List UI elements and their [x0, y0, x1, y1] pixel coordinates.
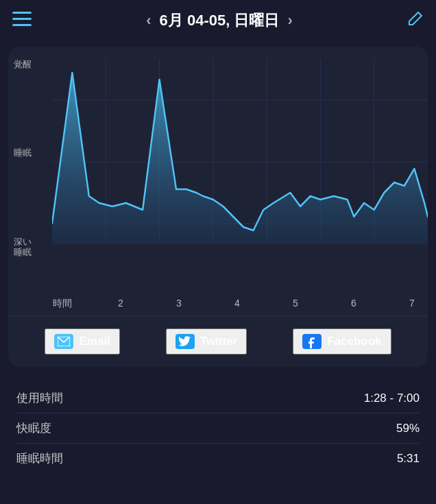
facebook-label: Facebook	[327, 335, 381, 348]
facebook-share-button[interactable]: Facebook	[293, 328, 391, 355]
stat-label-usage: 使用時間	[16, 390, 63, 406]
stat-label-quality: 快眠度	[16, 420, 51, 436]
email-share-button[interactable]: Email	[45, 328, 119, 355]
chart-svg-container	[52, 59, 428, 265]
date-label: 6月 04-05, 日曜日	[160, 10, 280, 31]
sleep-chart	[52, 59, 428, 265]
stat-row-duration: 睡眠時間 5:31	[16, 444, 420, 473]
twitter-share-button[interactable]: Twitter	[166, 328, 247, 355]
facebook-icon	[302, 334, 322, 349]
x-axis: 時間 2 3 4 5 6 7	[8, 292, 422, 310]
email-label: Email	[79, 335, 110, 348]
stat-label-duration: 睡眠時間	[16, 451, 63, 466]
menu-icon[interactable]	[12, 10, 32, 32]
y-label-awake: 覚醒	[14, 59, 52, 70]
header-nav: ‹ 6月 04-05, 日曜日 ›	[146, 10, 293, 31]
x-label-time: 時間	[52, 298, 73, 310]
twitter-icon	[175, 334, 195, 349]
next-button[interactable]: ›	[287, 12, 292, 29]
stat-value-usage: 1:28 - 7:00	[364, 392, 420, 405]
prev-button[interactable]: ‹	[146, 12, 151, 29]
y-label-deep: 深い睡眠	[14, 237, 52, 258]
edit-button[interactable]	[407, 10, 424, 31]
stats-section: 使用時間 1:28 - 7:00 快眠度 59% 睡眠時間 5:31	[0, 372, 436, 484]
x-label-3: 3	[169, 298, 189, 310]
stat-row-quality: 快眠度 59%	[16, 413, 420, 444]
header: ‹ 6月 04-05, 日曜日 ›	[0, 0, 436, 41]
x-label-4: 4	[227, 298, 247, 310]
svg-rect-1	[12, 18, 32, 20]
x-label-2: 2	[110, 298, 131, 310]
x-label-6: 6	[343, 298, 364, 310]
y-axis-labels: 覚醒 睡眠 深い睡眠	[14, 59, 52, 258]
svg-rect-2	[12, 24, 32, 26]
stat-value-quality: 59%	[396, 422, 420, 435]
x-label-5: 5	[285, 298, 306, 310]
email-icon	[54, 334, 73, 349]
stat-row-usage: 使用時間 1:28 - 7:00	[16, 383, 420, 413]
chart-area: 覚醒 睡眠 深い睡眠	[8, 59, 428, 292]
x-label-7: 7	[402, 298, 422, 310]
stat-value-duration: 5:31	[397, 452, 420, 466]
svg-rect-0	[12, 12, 32, 14]
y-label-sleep: 睡眠	[14, 147, 52, 158]
twitter-label: Twitter	[200, 335, 237, 348]
share-bar: Email Twitter Facebook	[8, 315, 428, 367]
sleep-card: 覚醒 睡眠 深い睡眠	[8, 47, 428, 367]
